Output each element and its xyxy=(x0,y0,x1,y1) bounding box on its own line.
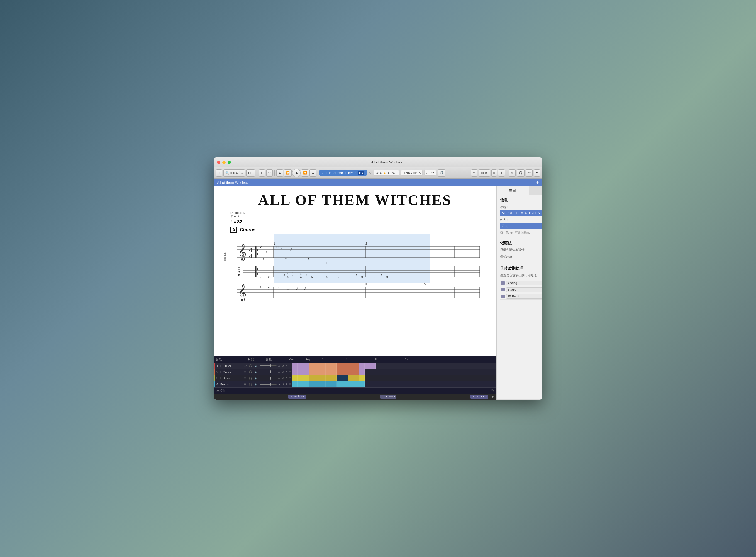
svg-text:𝅘𝅥𝅮: 𝅘𝅥𝅮 xyxy=(296,287,298,290)
track-mute-icon-3[interactable]: 🎧 xyxy=(248,377,253,380)
toolbar-icons: ⊕ ✂ ⋯ xyxy=(347,171,356,174)
track-eq-3[interactable]: ⊞ xyxy=(288,377,292,380)
timeline-block-2-12 xyxy=(353,369,359,375)
add-score-tab-button[interactable]: + xyxy=(536,180,539,185)
maximize-button[interactable] xyxy=(228,161,231,164)
effect-arrow-2: ⌃⌄ xyxy=(541,288,542,291)
tab-track[interactable]: 音轨 xyxy=(529,186,543,195)
zero-button[interactable]: 0 xyxy=(491,169,497,177)
track-pan-2[interactable]: ↺ xyxy=(281,371,285,374)
timeline-block-4-1 xyxy=(292,381,298,387)
track-volume-3[interactable] xyxy=(260,378,277,379)
svg-text:𝅘𝅥𝅮: 𝅘𝅥𝅮 xyxy=(288,287,290,290)
track-pan-4[interactable]: ↺ xyxy=(281,383,285,386)
svg-text:3: 3 xyxy=(306,273,307,276)
traffic-lights xyxy=(217,161,231,164)
bottom-timeline: A A Chorus B B Verse A A Chorus ▶ xyxy=(214,393,496,400)
play-end-button[interactable]: ▶ xyxy=(492,394,494,399)
dot-indicator: ● xyxy=(384,171,386,175)
go-to-end-button[interactable]: ⏭ xyxy=(310,169,316,177)
note-value-button[interactable]: 100% xyxy=(478,169,490,177)
track-timeline-2 xyxy=(292,369,496,375)
track-mute-icon-1[interactable]: 🎧 xyxy=(248,364,253,367)
toolbar: ⊞ 🔍 100% ⌃⌄ ⊟⊞ ↩ ↪ ⏮ ⏪ ▶ ⏩ ⏭ xyxy=(214,167,542,178)
track-eq-2[interactable]: ⊞ xyxy=(288,371,292,374)
section-a2-marker: A A Chorus xyxy=(470,395,488,399)
tempo-value: 82 xyxy=(237,219,242,225)
effect-selector-1[interactable]: Analog ⌃⌄ xyxy=(506,281,542,285)
track-pan-1[interactable]: ↺ xyxy=(281,364,285,367)
master-row: 主控台 ↺ xyxy=(214,387,496,393)
track-col-label: 音轨 xyxy=(216,357,222,361)
view-toggle-button[interactable]: ⊞ xyxy=(216,169,222,177)
notation-area: ALL OF THEM WITCHES Dropped D ⑥ = D ♩ = … xyxy=(214,186,496,356)
marker-8: 8 xyxy=(375,358,377,361)
print-button[interactable]: 🖨 xyxy=(508,169,516,177)
track-eq-4[interactable]: ⊞ xyxy=(288,383,292,386)
svg-text:0: 0 xyxy=(338,275,339,278)
track-volume-1[interactable] xyxy=(260,365,277,366)
section-a2-box: A xyxy=(472,395,475,398)
timeline-block-1-4 xyxy=(309,363,315,369)
track-mute-icon-2[interactable]: 🎧 xyxy=(248,371,253,374)
effect-selector-3[interactable]: 10-Band ⌃⌄ xyxy=(506,294,542,298)
zoom-button[interactable]: 🔍 100% ⌃⌄ xyxy=(224,169,245,177)
play-button[interactable]: ▶ xyxy=(292,169,300,177)
master-knob[interactable]: ↺ xyxy=(491,389,494,392)
track-visible-icon-1[interactable]: 👁 xyxy=(243,364,248,367)
section-header: A Chorus xyxy=(230,227,488,233)
artist-input[interactable]: 艺人 xyxy=(500,223,542,229)
effect-selector-2[interactable]: Studio ⌃⌄ xyxy=(506,287,542,292)
title-input[interactable]: ALL OF THEM WITCHES xyxy=(500,210,542,216)
headphones-button[interactable]: 🎧 xyxy=(517,169,525,177)
undo-button[interactable]: ↩ xyxy=(259,169,265,177)
track-eq-1[interactable]: ⊞ xyxy=(288,364,292,367)
track-solo-icon-4[interactable]: 🔈 xyxy=(253,383,259,386)
score-tab-active[interactable]: All of them Witches xyxy=(217,180,248,185)
track-row-4: 4. Drums 👁 🎧 🔈 A ↺ A ⊞ xyxy=(214,381,496,387)
minimize-button[interactable] xyxy=(222,161,226,164)
layout-button[interactable]: ⊟⊞ xyxy=(246,169,255,177)
track-mute-icon-4[interactable]: 🎧 xyxy=(248,383,253,386)
layout-icon: ⊟⊞ xyxy=(248,171,253,175)
track-section: 音轨 ⋮ ⊙ 🎧 音量 Pan. Eq. 1 4 8 12 1. E.Guita… xyxy=(214,356,496,393)
notation-svg: 𝄞 4 4 xyxy=(229,234,488,283)
rewind-button[interactable]: ⏪ xyxy=(284,169,292,177)
timeline-block-1-6 xyxy=(320,363,326,369)
track-visible-icon-3[interactable]: 👁 xyxy=(243,377,248,380)
track-pan-3[interactable]: ↺ xyxy=(281,377,285,380)
timeline-block-3-7 xyxy=(326,375,331,381)
track-solo-icon-1[interactable]: 🔈 xyxy=(253,364,259,367)
go-to-start-button[interactable]: ⏮ xyxy=(276,169,283,177)
wave-button[interactable]: 〜 xyxy=(526,169,532,177)
ctrl-hint: Ctrl+Return 可建立新的... xyxy=(500,231,531,235)
track-row-1: 1. E.Guitar 👁 🎧 🔈 A ↺ A ⊞ xyxy=(214,363,496,369)
metronome-button[interactable]: 🎵 xyxy=(438,169,445,177)
tab-setlist[interactable]: 曲目 xyxy=(497,186,529,195)
track-solo-icon-3[interactable]: 🔈 xyxy=(253,377,259,380)
timeline-block-2-10 xyxy=(342,369,348,375)
track-visible-icon-2[interactable]: 👁 xyxy=(243,371,248,374)
close-button[interactable] xyxy=(217,161,220,164)
info-title: 信息 xyxy=(500,198,542,203)
master-knob-icon: ↺ xyxy=(491,389,493,392)
track-volume-4[interactable] xyxy=(260,384,277,385)
show-more-button[interactable]: 显示更多 ▼ xyxy=(541,231,542,235)
track-timeline-3 xyxy=(292,375,496,381)
track-visible-icon-4[interactable]: 👁 xyxy=(243,383,248,386)
track-solo-icon-2[interactable]: 🔈 xyxy=(253,371,259,374)
redo-button[interactable]: ↪ xyxy=(266,169,273,177)
fast-forward-button[interactable]: ⏩ xyxy=(301,169,309,177)
wand-button[interactable]: ✦ xyxy=(534,169,540,177)
pencil-button[interactable]: ✏ xyxy=(471,169,477,177)
timeline-block-4-12 xyxy=(353,381,359,387)
tuning-info: Dropped D ⑥ = D xyxy=(230,211,488,218)
timeline-block-3-11 xyxy=(348,375,353,381)
plus-button[interactable]: ＋ xyxy=(498,169,505,177)
track-volume-2[interactable] xyxy=(260,372,277,372)
timeline-block-2-4 xyxy=(309,369,315,375)
toolbar-misc-icons: ⟲ xyxy=(369,171,371,174)
timeline-block-3-12 xyxy=(353,375,359,381)
section-b-box: B xyxy=(382,395,385,398)
timeline-block-2-9 xyxy=(337,369,342,375)
